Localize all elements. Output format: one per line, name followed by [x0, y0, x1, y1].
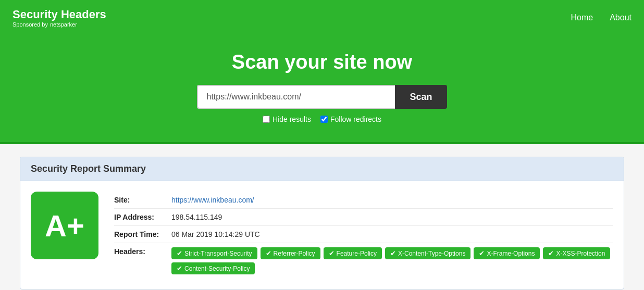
header-badge: ✔Referrer-Policy: [261, 247, 320, 259]
report-body: A+ Site: https://www.inkbeau.com/ IP Add…: [20, 181, 624, 289]
headers-value: ✔Strict-Transport-Security✔Referrer-Poli…: [171, 247, 613, 274]
header-name: Strict-Transport-Security: [184, 250, 252, 257]
check-icon: ✔: [266, 249, 271, 257]
sponsor-line: Sponsored by netsparker: [13, 21, 106, 28]
hero-heading: Scan your site now: [10, 51, 634, 73]
header-name: Feature-Policy: [337, 250, 377, 257]
check-icon: ✔: [548, 249, 554, 257]
site-label: Site:: [114, 196, 171, 204]
scan-form: Scan: [10, 85, 634, 109]
check-icon: ✔: [390, 249, 396, 257]
check-icon: ✔: [479, 249, 485, 257]
header-name: Content-Security-Policy: [184, 265, 250, 272]
hide-results-text: Hide results: [273, 115, 311, 123]
ip-label: IP Address:: [114, 213, 171, 221]
site-value: https://www.inkbeau.com/: [171, 196, 254, 204]
follow-redirects-label[interactable]: Follow redirects: [320, 115, 381, 123]
follow-redirects-checkbox[interactable]: [320, 116, 328, 123]
headers-label: Headers:: [114, 247, 171, 256]
headers-container: ✔Strict-Transport-Security✔Referrer-Poli…: [171, 247, 613, 274]
brand: Security Headers Sponsored by netsparker: [13, 8, 106, 28]
hide-results-checkbox[interactable]: [263, 116, 270, 123]
site-link[interactable]: https://www.inkbeau.com/: [171, 196, 254, 204]
main-content: Security Report Summary A+ Site: https:/…: [9, 144, 635, 290]
scan-input[interactable]: [197, 85, 395, 109]
time-label: Report Time:: [114, 230, 171, 238]
header-badge: ✔Strict-Transport-Security: [171, 247, 257, 259]
follow-redirects-text: Follow redirects: [330, 115, 381, 123]
sponsor-name: netsparker: [50, 21, 77, 28]
ip-value: 198.54.115.149: [171, 213, 222, 221]
scan-button[interactable]: Scan: [395, 85, 447, 109]
ip-row: IP Address: 198.54.115.149: [114, 209, 613, 226]
check-icon: ✔: [177, 264, 182, 272]
check-icon: ✔: [329, 249, 335, 257]
header-name: X-XSS-Protection: [556, 250, 605, 257]
header-badge: ✔X-XSS-Protection: [543, 247, 610, 259]
header-badge: ✔Content-Security-Policy: [171, 262, 255, 274]
header-name: X-Content-Type-Options: [398, 250, 465, 257]
sponsor-prefix: Sponsored by: [13, 21, 48, 28]
site-row: Site: https://www.inkbeau.com/: [114, 192, 613, 209]
header-badge: ✔X-Frame-Options: [474, 247, 540, 259]
header-name: Referrer-Policy: [274, 250, 315, 257]
header-badge: ✔Feature-Policy: [324, 247, 382, 259]
time-row: Report Time: 06 Mar 2019 10:14:29 UTC: [114, 226, 613, 243]
navbar: Security Headers Sponsored by netsparker…: [0, 0, 644, 35]
header-badge: ✔X-Content-Type-Options: [385, 247, 470, 259]
time-value: 06 Mar 2019 10:14:29 UTC: [171, 230, 260, 238]
check-icon: ✔: [177, 249, 182, 257]
header-name: X-Frame-Options: [487, 250, 535, 257]
report-card: Security Report Summary A+ Site: https:/…: [20, 157, 624, 289]
scan-options: Hide results Follow redirects: [10, 115, 634, 123]
nav-about-link[interactable]: About: [610, 13, 631, 22]
hero-section: Scan your site now Scan Hide results Fol…: [0, 35, 644, 144]
nav-home-link[interactable]: Home: [571, 13, 593, 22]
grade-badge: A+: [31, 192, 98, 259]
brand-title: Security Headers: [13, 8, 106, 21]
headers-row: Headers: ✔Strict-Transport-Security✔Refe…: [114, 243, 613, 279]
hide-results-label[interactable]: Hide results: [263, 115, 311, 123]
report-header: Security Report Summary: [20, 157, 624, 181]
report-details: Site: https://www.inkbeau.com/ IP Addres…: [114, 192, 613, 279]
nav-links: Home About: [571, 13, 632, 22]
